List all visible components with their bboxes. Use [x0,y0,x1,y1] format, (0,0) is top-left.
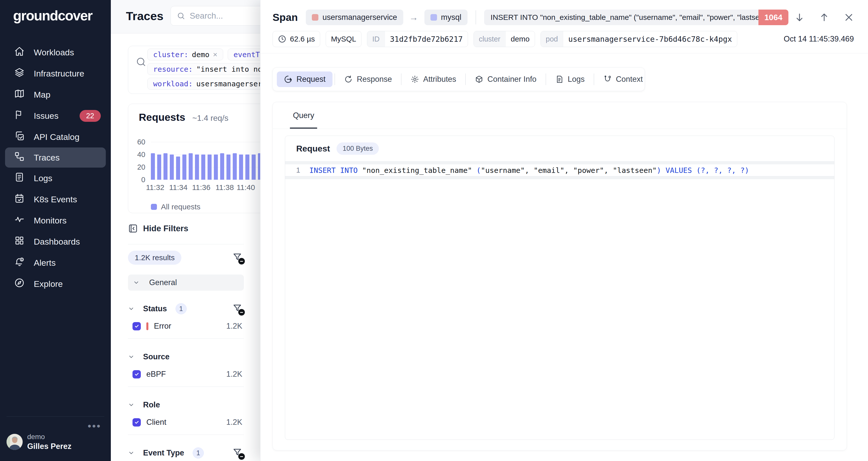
role-section-header[interactable]: Role [128,399,244,410]
sidebar-item-map[interactable]: Map [0,84,111,105]
y-tick: 0 [130,176,145,184]
container-box-icon [475,75,484,84]
y-tick: 40 [130,151,145,159]
error-checkbox[interactable] [132,322,141,330]
status-section-header[interactable]: Status 1 [128,303,244,314]
search-icon [177,11,185,21]
tab-container-info[interactable]: Container Info [468,71,544,87]
span-actions [795,12,854,23]
request-payload-header: Request 100 Bytes [285,136,834,162]
status-clear-filter-button[interactable] [232,303,244,315]
chart-bar[interactable] [195,155,199,180]
search-icon [136,57,146,67]
tab-attributes[interactable]: Attributes [404,71,463,87]
close-icon[interactable] [844,12,854,23]
sidebar-item-api-catalog[interactable]: API Catalog [0,126,111,147]
map-icon [14,88,25,101]
chart-bar[interactable] [163,153,167,180]
chevron-down-icon [133,279,140,286]
chart-bar[interactable] [201,155,205,180]
error-code-badge: 1064 [758,9,788,25]
client-checkbox[interactable] [132,418,141,427]
tab-request[interactable]: Request [277,71,333,87]
event-type-clear-filter-button[interactable] [232,447,244,459]
chart-bar[interactable] [170,155,174,180]
sidebar-item-label: Logs [34,173,52,183]
next-span-down-button[interactable] [795,12,805,23]
span-summary-chip[interactable]: INSERT INTO "non_existing_table_name" ("… [484,9,788,25]
chart-bar[interactable] [214,155,218,180]
chart-bar[interactable] [239,155,243,180]
chevron-down-icon [128,354,134,360]
groundcover-logo: groundcover [13,7,111,24]
filter-row-label: Client [146,418,166,427]
sidebar-item-monitors[interactable]: Monitors [0,210,111,231]
chart-bar[interactable] [226,155,230,180]
tab-response[interactable]: Response [337,71,399,87]
source-service-color-dot [312,14,318,21]
filter-value: "insert into nor [196,65,267,73]
code-line-1[interactable]: 1 INSERT INTO "non_existing_table_name" … [285,164,834,176]
chart-bar[interactable] [252,155,256,180]
section-count-badge: 1 [176,303,187,314]
sidebar-item-infrastructure[interactable]: Infrastructure [0,63,111,84]
home-icon [14,46,25,59]
section-title: Role [143,400,160,409]
sidebar-item-alerts[interactable]: Alerts [0,252,111,273]
sidebar-item-logs[interactable]: Logs [0,168,111,189]
sidebar-item-label: Issues [34,111,58,121]
clear-filters-button[interactable] [232,252,244,263]
sidebar-item-k8s-events[interactable]: K8s Events [0,189,111,210]
chart-bar[interactable] [176,157,180,180]
response-icon [344,75,353,84]
x-tick: 11:36 [192,183,211,192]
y-tick: 60 [130,138,145,146]
chart-bar[interactable] [151,153,155,180]
user-row[interactable]: demo Gilles Perez [6,431,104,455]
sidebar-item-workloads[interactable]: Workloads [0,42,111,63]
filter-chip-cluster[interactable]: cluster:demo × [147,48,223,60]
cluster-chip: cluster demo [473,31,535,47]
subtab-query[interactable]: Query [293,102,314,129]
chart-bar[interactable] [189,153,193,180]
event-type-section-header[interactable]: Event Type 1 [128,448,244,459]
sidebar-item-issues[interactable]: Issues 22 [0,105,111,126]
user-menu-ellipsis-icon[interactable]: ••• [6,422,101,430]
chart-bar[interactable] [157,155,161,180]
workspace-name: demo [27,433,71,441]
divider [594,73,594,85]
request-payload-title: Request [296,144,330,154]
chart-bar[interactable] [245,155,249,180]
tab-logs[interactable]: Logs [548,71,592,87]
sidebar: groundcover Workloads Infrastructure Map… [0,0,111,461]
sidebar-item-label: Explore [34,279,63,289]
filter-key: cluster: [153,50,188,59]
ebpf-checkbox[interactable] [132,370,141,378]
destination-service-chip[interactable]: mysql [425,9,467,25]
chart-bar[interactable] [220,153,224,180]
prev-span-up-button[interactable] [819,12,829,23]
general-section-toggle[interactable]: General [128,274,244,291]
filter-key: eventTy [234,50,264,59]
legend-swatch [151,204,157,210]
sidebar-item-explore[interactable]: Explore [0,273,111,294]
activity-icon [14,214,25,227]
source-service-chip[interactable]: usersmanagerservice [306,9,403,25]
section-title: Source [143,352,169,361]
remove-filter-icon[interactable]: × [213,50,218,59]
chart-bar[interactable] [233,153,237,180]
chart-bar[interactable] [208,155,212,180]
sidebar-item-label: Workloads [34,47,74,57]
chevron-down-icon [128,305,134,312]
gear-icon [410,75,419,84]
source-section-header[interactable]: Source [128,351,244,362]
protocol-chip: MySQL [326,31,362,47]
chart-bar[interactable] [182,155,186,180]
tab-context[interactable]: Context [596,71,650,87]
sidebar-item-dashboards[interactable]: Dashboards [0,231,111,252]
span-id-chip: ID 31d2fb7de72b6217 [367,31,468,47]
section-title: Event Type [143,449,184,458]
divider [128,387,244,387]
hide-filters-button[interactable]: Hide Filters [128,222,244,235]
sidebar-item-traces[interactable]: Traces [5,147,106,168]
